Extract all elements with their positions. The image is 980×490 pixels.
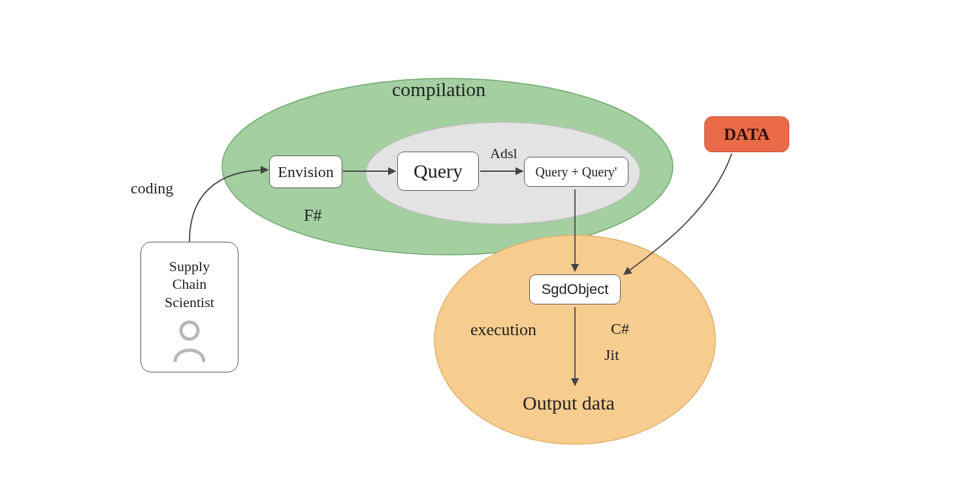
query-prime-box: Query + Query': [524, 157, 629, 187]
adsl-label: Adsl: [490, 145, 517, 162]
jit-label: Jit: [604, 346, 619, 364]
coding-label: coding: [131, 180, 173, 197]
person-icon: [170, 319, 209, 365]
compilation-title: compilation: [392, 78, 485, 101]
query-box: Query: [397, 152, 479, 191]
data-box: DATA: [704, 116, 789, 152]
envision-box: Envision: [269, 155, 342, 188]
data-label: DATA: [724, 125, 770, 144]
scientist-box: Supply Chain Scientist: [140, 242, 238, 372]
query-prime-label: Query + Query': [536, 165, 617, 180]
output-label: Output data: [523, 392, 615, 414]
sgd-box: SgdObject: [529, 274, 621, 304]
scientist-title: Supply Chain Scientist: [165, 257, 214, 312]
sgd-label: SgdObject: [542, 281, 609, 298]
svg-point-0: [181, 322, 198, 339]
query-label: Query: [414, 160, 463, 182]
execution-title: execution: [470, 320, 536, 340]
execution-lang: C#: [611, 320, 629, 338]
envision-label: Envision: [278, 163, 333, 181]
compilation-lang: F#: [304, 206, 321, 225]
